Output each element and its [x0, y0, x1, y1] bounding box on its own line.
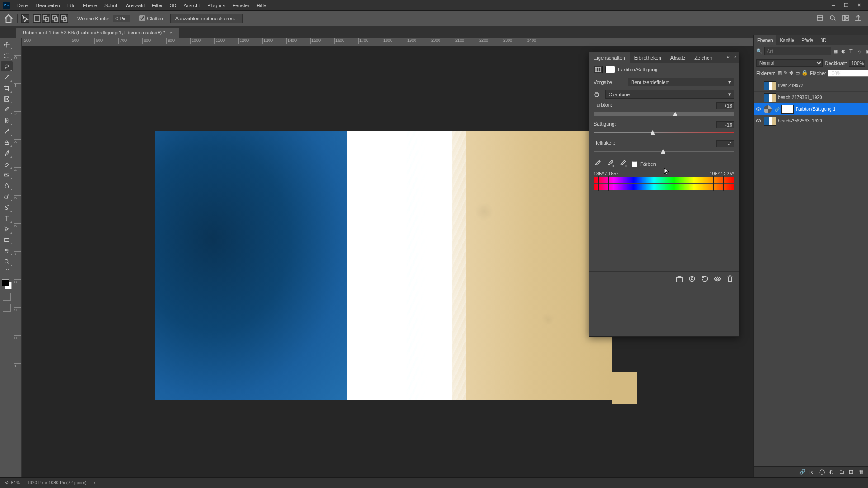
ruler-origin[interactable]: [14, 38, 22, 46]
tab-libraries[interactable]: Bibliotheken: [630, 52, 666, 63]
zoom-tool[interactable]: [1, 257, 13, 267]
view-previous-state-icon[interactable]: [688, 275, 696, 282]
document-canvas[interactable]: [155, 131, 612, 400]
clone-stamp-tool[interactable]: [1, 137, 13, 147]
layer-thumbnail[interactable]: [764, 93, 776, 102]
layer-name[interactable]: beach-2179361_1920: [778, 95, 868, 100]
workspace-icon[interactable]: [842, 14, 849, 23]
saturation-value-input[interactable]: [716, 121, 734, 128]
pen-tool[interactable]: [1, 202, 13, 212]
gradient-tool[interactable]: [1, 170, 13, 180]
menu-type[interactable]: Schrift: [101, 3, 122, 8]
dodge-tool[interactable]: [1, 192, 13, 202]
layer-row[interactable]: river-219972: [754, 80, 868, 92]
eyedropper-add-icon[interactable]: [606, 160, 614, 168]
clip-to-layer-icon[interactable]: [675, 275, 684, 282]
history-brush-tool[interactable]: [1, 148, 13, 158]
menu-edit[interactable]: Bearbeiten: [33, 3, 64, 8]
menu-filter[interactable]: Filter: [148, 3, 166, 8]
select-and-mask-button[interactable]: Auswählen und maskieren...: [170, 14, 243, 23]
saturation-slider[interactable]: [594, 130, 734, 135]
layer-filter-input[interactable]: [764, 47, 831, 55]
document-info[interactable]: 1920 Px x 1080 Px (72 ppcm): [27, 480, 87, 485]
document-tab[interactable]: Unbenannt-1 bei 52,8% (Farbton/Sättigung…: [16, 28, 179, 38]
filter-type-icon[interactable]: T: [849, 48, 856, 54]
selection-add-icon[interactable]: [42, 14, 50, 23]
rectangle-tool[interactable]: [1, 235, 13, 245]
color-swatches[interactable]: [2, 279, 12, 289]
cloud-docs-icon[interactable]: [816, 14, 824, 23]
eyedropper-tool[interactable]: [1, 105, 13, 115]
lock-artboard-icon[interactable]: ▭: [795, 70, 800, 76]
new-layer-icon[interactable]: ⊞: [849, 469, 855, 475]
healing-brush-tool[interactable]: [1, 116, 13, 126]
filter-pixel-icon[interactable]: ▦: [833, 48, 840, 54]
menu-view[interactable]: Ansicht: [180, 3, 203, 8]
visibility-toggle[interactable]: [754, 117, 764, 125]
new-group-icon[interactable]: 🗀: [839, 469, 845, 475]
menu-window[interactable]: Fenster: [229, 3, 253, 8]
zoom-level[interactable]: 52,84%: [5, 480, 20, 485]
layer-row[interactable]: beach-2179361_1920: [754, 92, 868, 103]
layer-name[interactable]: river-219972: [778, 83, 868, 88]
layer-mask-icon[interactable]: ◯: [819, 469, 826, 475]
layer-row[interactable]: 🔗Farbton/Sättigung 1: [754, 103, 868, 115]
menu-layer[interactable]: Ebene: [79, 3, 101, 8]
hue-value-input[interactable]: [716, 102, 734, 109]
selection-subtract-icon[interactable]: [51, 14, 59, 23]
selection-new-icon[interactable]: [33, 14, 41, 23]
edit-toolbar[interactable]: [2, 269, 11, 276]
visibility-toggle[interactable]: [754, 106, 764, 113]
menu-3d[interactable]: 3D: [166, 3, 180, 8]
toggle-visibility-icon[interactable]: [713, 275, 722, 282]
lock-image-icon[interactable]: ✎: [783, 70, 788, 76]
new-adjustment-icon[interactable]: ◐: [829, 469, 835, 475]
fill-input[interactable]: [828, 70, 868, 77]
menu-file[interactable]: Datei: [14, 3, 33, 8]
home-button[interactable]: [4, 14, 14, 23]
reset-icon[interactable]: [701, 275, 709, 282]
lightness-value-input[interactable]: [716, 140, 734, 147]
layer-mask-thumb[interactable]: [781, 105, 794, 114]
tool-preset-icon[interactable]: [21, 14, 29, 23]
layer-name[interactable]: beach-2562563_1920: [778, 118, 868, 123]
menu-help[interactable]: Hilfe: [253, 3, 270, 8]
colorize-checkbox[interactable]: Färben: [632, 161, 656, 167]
feather-input[interactable]: [113, 15, 130, 22]
eyedropper-subtract-icon[interactable]: [619, 160, 627, 168]
brush-tool[interactable]: [1, 127, 13, 136]
crop-tool[interactable]: [1, 83, 13, 93]
type-tool[interactable]: [1, 213, 13, 223]
layer-thumbnail[interactable]: [764, 117, 776, 126]
delete-layer-icon[interactable]: 🗑: [859, 469, 865, 475]
eyedropper-icon[interactable]: [594, 160, 602, 168]
horizontal-ruler[interactable]: 5005006007008009001000110012001300140015…: [22, 38, 868, 46]
tab-channels[interactable]: Kanäle: [776, 35, 797, 45]
blend-mode-dropdown[interactable]: Normal: [756, 59, 823, 67]
layer-name[interactable]: Farbton/Sättigung 1: [796, 107, 868, 112]
lightness-slider[interactable]: [594, 149, 734, 154]
hue-slider[interactable]: [594, 111, 734, 116]
selection-intersect-icon[interactable]: [60, 14, 68, 23]
channel-dropdown[interactable]: Cyantöne▾: [605, 90, 734, 99]
tab-3d[interactable]: 3D: [817, 35, 830, 45]
lock-all-icon[interactable]: 🔒: [802, 70, 808, 76]
share-icon[interactable]: [854, 14, 862, 23]
window-minimize[interactable]: ─: [827, 3, 840, 8]
tab-layers[interactable]: Ebenen: [754, 35, 776, 45]
opacity-input[interactable]: [849, 60, 865, 67]
status-chevron-icon[interactable]: ›: [94, 480, 95, 485]
layer-row[interactable]: beach-2562563_1920: [754, 115, 868, 127]
tab-character[interactable]: Zeichen: [690, 52, 717, 63]
collapse-panel-icon[interactable]: «: [727, 54, 730, 60]
layer-mask-icon[interactable]: [605, 66, 615, 73]
quick-mask-toggle[interactable]: [3, 293, 11, 301]
targeted-adjustment-tool[interactable]: [594, 90, 603, 99]
preset-dropdown[interactable]: Benutzerdefiniert▾: [628, 78, 734, 86]
delete-adjustment-icon[interactable]: [726, 275, 734, 282]
magic-wand-tool[interactable]: [1, 72, 13, 82]
search-icon[interactable]: [829, 14, 836, 23]
vertical-ruler[interactable]: 012345678901: [14, 46, 22, 477]
filter-adjustment-icon[interactable]: ◐: [841, 48, 848, 54]
lasso-tool[interactable]: [1, 61, 13, 71]
